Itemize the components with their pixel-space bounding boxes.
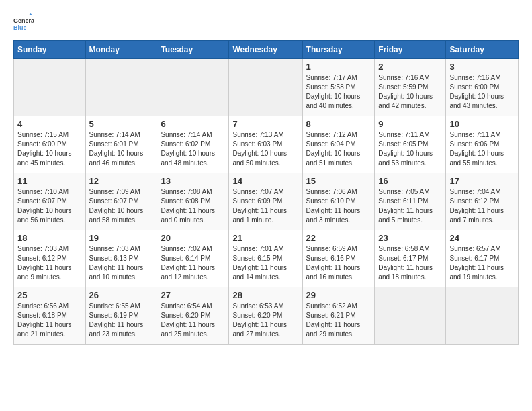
day-number: 13 [161, 176, 225, 186]
day-info: Sunrise: 7:01 AM Sunset: 6:15 PM Dayligh… [232, 244, 298, 282]
day-number: 11 [17, 176, 82, 186]
day-info: Sunrise: 6:59 AM Sunset: 6:16 PM Dayligh… [306, 244, 371, 282]
calendar-cell: 15Sunrise: 7:06 AM Sunset: 6:10 PM Dayli… [302, 173, 375, 230]
day-number: 28 [232, 290, 298, 300]
calendar-cell: 25Sunrise: 6:56 AM Sunset: 6:18 PM Dayli… [14, 287, 86, 345]
day-number: 23 [378, 233, 442, 243]
calendar-cell: 19Sunrise: 7:03 AM Sunset: 6:13 PM Dayli… [85, 230, 157, 287]
logo: GeneralBlue [13, 13, 34, 34]
calendar-cell: 21Sunrise: 7:01 AM Sunset: 6:15 PM Dayli… [229, 230, 302, 287]
day-number: 8 [306, 119, 371, 129]
calendar-table: SundayMondayTuesdayWednesdayThursdayFrid… [13, 40, 519, 345]
calendar-cell: 20Sunrise: 7:02 AM Sunset: 6:14 PM Dayli… [157, 230, 229, 287]
calendar-cell: 6Sunrise: 7:14 AM Sunset: 6:02 PM Daylig… [157, 116, 229, 173]
day-number: 22 [306, 233, 371, 243]
calendar-cell: 18Sunrise: 7:03 AM Sunset: 6:12 PM Dayli… [14, 230, 86, 287]
day-info: Sunrise: 7:05 AM Sunset: 6:11 PM Dayligh… [378, 187, 442, 225]
calendar-cell: 1Sunrise: 7:17 AM Sunset: 5:58 PM Daylig… [302, 59, 375, 116]
day-number: 10 [449, 119, 515, 129]
calendar-cell: 11Sunrise: 7:10 AM Sunset: 6:07 PM Dayli… [14, 173, 86, 230]
day-info: Sunrise: 7:13 AM Sunset: 6:03 PM Dayligh… [232, 130, 298, 168]
day-info: Sunrise: 7:03 AM Sunset: 6:13 PM Dayligh… [89, 244, 154, 282]
day-number: 17 [449, 176, 515, 186]
calendar-cell: 10Sunrise: 7:11 AM Sunset: 6:06 PM Dayli… [446, 116, 519, 173]
calendar-cell: 2Sunrise: 7:16 AM Sunset: 5:59 PM Daylig… [375, 59, 446, 116]
week-row-3: 11Sunrise: 7:10 AM Sunset: 6:07 PM Dayli… [14, 173, 519, 230]
svg-text:General: General [13, 17, 34, 24]
calendar-cell: 24Sunrise: 6:57 AM Sunset: 6:17 PM Dayli… [446, 230, 519, 287]
day-info: Sunrise: 6:56 AM Sunset: 6:18 PM Dayligh… [17, 302, 82, 339]
calendar-cell [446, 287, 519, 345]
day-number: 12 [89, 176, 154, 186]
weekday-header-thursday: Thursday [302, 41, 375, 59]
calendar-cell: 9Sunrise: 7:11 AM Sunset: 6:05 PM Daylig… [375, 116, 446, 173]
weekday-header-friday: Friday [375, 41, 446, 59]
weekday-header-tuesday: Tuesday [157, 41, 229, 59]
day-number: 20 [161, 233, 225, 243]
day-info: Sunrise: 7:16 AM Sunset: 5:59 PM Dayligh… [378, 73, 442, 111]
calendar-cell: 17Sunrise: 7:04 AM Sunset: 6:12 PM Dayli… [446, 173, 519, 230]
calendar-cell [375, 287, 446, 345]
weekday-header-row: SundayMondayTuesdayWednesdayThursdayFrid… [14, 41, 519, 59]
logo-icon: GeneralBlue [13, 13, 34, 34]
day-number: 18 [17, 233, 82, 243]
day-info: Sunrise: 6:54 AM Sunset: 6:20 PM Dayligh… [161, 302, 225, 339]
calendar-cell: 27Sunrise: 6:54 AM Sunset: 6:20 PM Dayli… [157, 287, 229, 345]
calendar-cell: 16Sunrise: 7:05 AM Sunset: 6:11 PM Dayli… [375, 173, 446, 230]
day-info: Sunrise: 7:03 AM Sunset: 6:12 PM Dayligh… [17, 244, 82, 282]
day-number: 5 [89, 119, 154, 129]
weekday-header-monday: Monday [85, 41, 157, 59]
day-number: 7 [232, 119, 298, 129]
day-number: 1 [306, 62, 371, 72]
weekday-header-sunday: Sunday [14, 41, 86, 59]
day-info: Sunrise: 6:53 AM Sunset: 6:20 PM Dayligh… [232, 302, 298, 339]
calendar-cell: 22Sunrise: 6:59 AM Sunset: 6:16 PM Dayli… [302, 230, 375, 287]
calendar-cell [229, 59, 302, 116]
calendar-cell: 23Sunrise: 6:58 AM Sunset: 6:17 PM Dayli… [375, 230, 446, 287]
day-number: 16 [378, 176, 442, 186]
day-info: Sunrise: 7:02 AM Sunset: 6:14 PM Dayligh… [161, 244, 225, 282]
weekday-header-wednesday: Wednesday [229, 41, 302, 59]
day-info: Sunrise: 7:11 AM Sunset: 6:05 PM Dayligh… [378, 130, 442, 168]
calendar-cell: 29Sunrise: 6:52 AM Sunset: 6:21 PM Dayli… [302, 287, 375, 345]
day-info: Sunrise: 6:55 AM Sunset: 6:19 PM Dayligh… [89, 302, 154, 339]
week-row-1: 1Sunrise: 7:17 AM Sunset: 5:58 PM Daylig… [14, 59, 519, 116]
day-info: Sunrise: 7:17 AM Sunset: 5:58 PM Dayligh… [306, 73, 371, 111]
calendar-cell: 12Sunrise: 7:09 AM Sunset: 6:07 PM Dayli… [85, 173, 157, 230]
day-info: Sunrise: 7:06 AM Sunset: 6:10 PM Dayligh… [306, 187, 371, 225]
day-number: 9 [378, 119, 442, 129]
weekday-header-saturday: Saturday [446, 41, 519, 59]
day-number: 29 [306, 290, 371, 300]
calendar-cell: 7Sunrise: 7:13 AM Sunset: 6:03 PM Daylig… [229, 116, 302, 173]
calendar-cell: 5Sunrise: 7:14 AM Sunset: 6:01 PM Daylig… [85, 116, 157, 173]
calendar-cell: 4Sunrise: 7:15 AM Sunset: 6:00 PM Daylig… [14, 116, 86, 173]
day-number: 26 [89, 290, 154, 300]
week-row-4: 18Sunrise: 7:03 AM Sunset: 6:12 PM Dayli… [14, 230, 519, 287]
day-number: 27 [161, 290, 225, 300]
calendar-cell: 14Sunrise: 7:07 AM Sunset: 6:09 PM Dayli… [229, 173, 302, 230]
day-info: Sunrise: 7:15 AM Sunset: 6:00 PM Dayligh… [17, 130, 82, 168]
calendar-cell [85, 59, 157, 116]
page-header: GeneralBlue [13, 13, 519, 34]
svg-text:Blue: Blue [13, 24, 27, 31]
day-info: Sunrise: 7:14 AM Sunset: 6:02 PM Dayligh… [161, 130, 225, 168]
day-info: Sunrise: 6:52 AM Sunset: 6:21 PM Dayligh… [306, 302, 371, 339]
day-info: Sunrise: 7:11 AM Sunset: 6:06 PM Dayligh… [449, 130, 515, 168]
day-number: 25 [17, 290, 82, 300]
day-info: Sunrise: 6:58 AM Sunset: 6:17 PM Dayligh… [378, 244, 442, 282]
day-info: Sunrise: 7:09 AM Sunset: 6:07 PM Dayligh… [89, 187, 154, 225]
day-number: 4 [17, 119, 82, 129]
day-number: 15 [306, 176, 371, 186]
svg-marker-2 [29, 13, 33, 15]
day-number: 2 [378, 62, 442, 72]
day-info: Sunrise: 7:08 AM Sunset: 6:08 PM Dayligh… [161, 187, 225, 225]
day-info: Sunrise: 6:57 AM Sunset: 6:17 PM Dayligh… [449, 244, 515, 282]
day-number: 21 [232, 233, 298, 243]
day-number: 19 [89, 233, 154, 243]
calendar-cell: 28Sunrise: 6:53 AM Sunset: 6:20 PM Dayli… [229, 287, 302, 345]
day-number: 3 [449, 62, 515, 72]
day-info: Sunrise: 7:10 AM Sunset: 6:07 PM Dayligh… [17, 187, 82, 225]
calendar-cell: 8Sunrise: 7:12 AM Sunset: 6:04 PM Daylig… [302, 116, 375, 173]
day-number: 14 [232, 176, 298, 186]
week-row-5: 25Sunrise: 6:56 AM Sunset: 6:18 PM Dayli… [14, 287, 519, 345]
